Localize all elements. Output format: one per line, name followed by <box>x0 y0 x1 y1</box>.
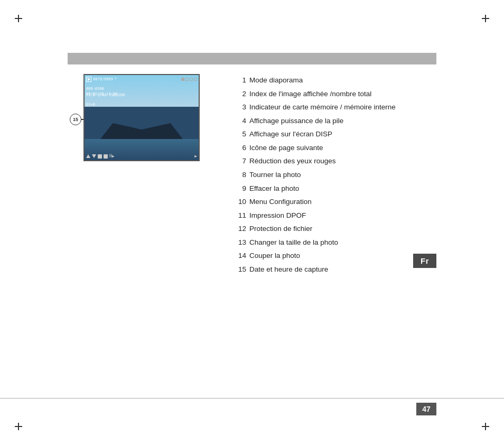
top-bar <box>68 53 436 64</box>
item-text: Réduction des yeux rouges <box>249 156 336 166</box>
corner-mark-bl <box>15 420 25 430</box>
screen-hud-bottom: H▶ ▶ <box>86 154 197 159</box>
hud-iso: ISO3200 <box>109 93 125 97</box>
screen-hud-top: 0079/9999 * <box>86 77 197 82</box>
hud-disp-text: H▶ <box>109 154 115 159</box>
list-item: 6 Icône de page suivante <box>231 143 436 153</box>
main-content: 15 0079/9999 * <box>68 69 436 277</box>
item-text: Affichage sur l'écran DISP <box>249 129 332 140</box>
item-text: Date et heure de capture <box>249 264 328 275</box>
list-item: 15 Date et heure de capture <box>231 264 436 275</box>
item-number: 1 <box>231 75 246 86</box>
hud-right-icon: ▶ <box>194 154 197 159</box>
item-number: 2 <box>231 89 246 99</box>
hud-counter: 0079/9999 <box>93 77 113 81</box>
item-text: Icône de page suivante <box>249 143 323 153</box>
item-text: Index de l'image affichée /nombre total <box>249 89 371 99</box>
list-item: 9 Effacer la photo <box>231 183 436 194</box>
arrow-up-icon <box>86 154 90 158</box>
item-number: 7 <box>231 156 246 166</box>
item-number: 4 <box>231 116 246 126</box>
item-text: Indicateur de carte mémoire / mémoire in… <box>249 102 396 113</box>
list-item: 1 Mode diaporama <box>231 75 436 86</box>
item-text: Couper la photo <box>249 251 300 261</box>
list-item: 12 Protection de fichier <box>231 224 436 234</box>
item-text: Mode diaporama <box>249 75 303 86</box>
hud-icon-1 <box>98 154 102 159</box>
item-text: Changer la taille de la photo <box>249 237 338 248</box>
item-text: Affichage puissance de la pile <box>249 116 343 126</box>
list-item: 3 Indicateur de carte mémoire / mémoire … <box>231 102 436 113</box>
page-number: 47 <box>416 403 436 415</box>
item-number: 14 <box>231 251 246 261</box>
corner-mark-br <box>479 420 489 430</box>
item-number: 15 <box>231 264 246 275</box>
item-number: 12 <box>231 224 246 234</box>
item-text: Effacer la photo <box>249 183 299 194</box>
callout-15-label: 15 <box>70 114 81 125</box>
hud-shutter: 1/60 <box>98 93 107 97</box>
hud-icons-left: H▶ <box>86 154 115 159</box>
item-text: Impression DPOF <box>249 210 306 221</box>
hud-exposure-row: F2.8 1/60 ISO3200 <box>86 93 125 97</box>
list-item: 8 Tourner la photo <box>231 170 436 180</box>
left-section: 15 0079/9999 * <box>68 74 216 277</box>
hud-ev: EV+0 <box>86 103 95 107</box>
list-item: 11 Impression DPOF <box>231 210 436 221</box>
language-badge: Fr <box>413 254 436 268</box>
hud-aperture: F2.8 <box>86 93 95 97</box>
list-item: 7 Réduction des yeux rouges <box>231 156 436 166</box>
list-item: 2 Index de l'image affichée /nombre tota… <box>231 89 436 99</box>
hud-star: * <box>115 77 117 81</box>
list-item: 10 Menu Configuration <box>231 197 436 207</box>
bottom-bar <box>0 398 504 399</box>
arrow-down-icon <box>92 154 96 158</box>
item-number: 3 <box>231 102 246 113</box>
item-number: 13 <box>231 237 246 248</box>
item-text: Menu Configuration <box>249 197 312 207</box>
item-text: Protection de fichier <box>249 224 312 234</box>
screen-bridge <box>90 107 193 139</box>
item-number: 10 <box>231 197 246 207</box>
camera-screen: 0079/9999 * 009-0390 09/02/25 12:39 <box>83 74 200 161</box>
hud-icon-2 <box>104 154 108 159</box>
item-number: 8 <box>231 170 246 180</box>
item-number: 6 <box>231 143 246 153</box>
right-section: 1 Mode diaporama 2 Index de l'image affi… <box>216 69 436 277</box>
items-list: 1 Mode diaporama 2 Index de l'image affi… <box>231 75 436 274</box>
hud-ev-row: EV+0 <box>86 98 95 108</box>
item-number: 5 <box>231 129 246 140</box>
item-number: 11 <box>231 210 246 221</box>
list-item: 14 Couper la photo <box>231 251 436 261</box>
item-number: 9 <box>231 183 246 194</box>
corner-mark-tl <box>15 15 25 25</box>
list-item: 13 Changer la taille de la photo <box>231 237 436 248</box>
list-item: 5 Affichage sur l'écran DISP <box>231 129 436 140</box>
list-item: 4 Affichage puissance de la pile <box>231 116 436 126</box>
item-text: Tourner la photo <box>249 170 301 180</box>
corner-mark-tr <box>479 15 489 25</box>
